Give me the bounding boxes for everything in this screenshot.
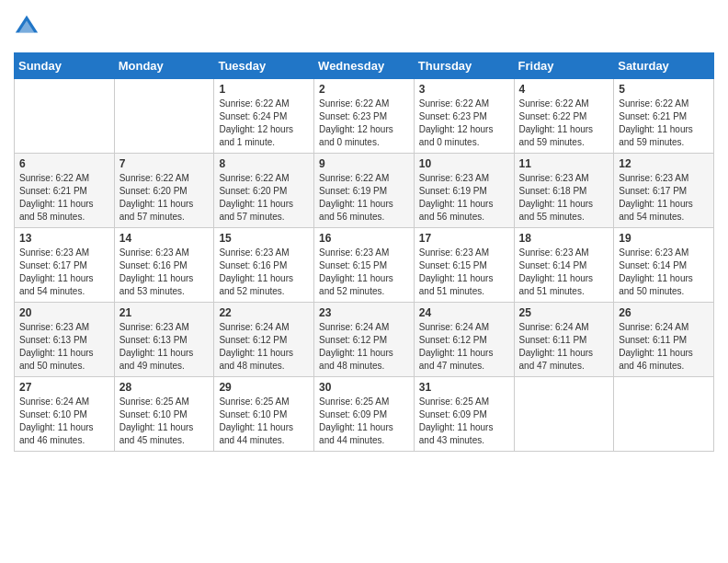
day-number: 16: [319, 232, 409, 245]
day-info: Sunrise: 6:23 AM Sunset: 6:17 PM Dayligh…: [619, 172, 709, 224]
calendar-cell: 23Sunrise: 6:24 AM Sunset: 6:12 PM Dayli…: [314, 303, 415, 377]
day-header-saturday: Saturday: [614, 53, 714, 79]
calendar-cell: 18Sunrise: 6:23 AM Sunset: 6:14 PM Dayli…: [514, 228, 614, 303]
calendar-cell: 31Sunrise: 6:25 AM Sunset: 6:09 PM Dayli…: [414, 377, 514, 452]
calendar-cell: 19Sunrise: 6:23 AM Sunset: 6:14 PM Dayli…: [614, 228, 714, 303]
day-number: 23: [319, 306, 409, 319]
day-info: Sunrise: 6:25 AM Sunset: 6:09 PM Dayligh…: [419, 396, 509, 447]
day-info: Sunrise: 6:23 AM Sunset: 6:14 PM Dayligh…: [619, 247, 709, 298]
day-number: 19: [619, 232, 709, 245]
week-row-4: 20Sunrise: 6:23 AM Sunset: 6:13 PM Dayli…: [15, 303, 714, 377]
header-row: SundayMondayTuesdayWednesdayThursdayFrid…: [15, 53, 714, 79]
day-number: 6: [19, 157, 109, 170]
day-number: 15: [219, 232, 309, 245]
day-info: Sunrise: 6:22 AM Sunset: 6:23 PM Dayligh…: [419, 98, 509, 149]
calendar-table: SundayMondayTuesdayWednesdayThursdayFrid…: [14, 52, 714, 452]
calendar-cell: 22Sunrise: 6:24 AM Sunset: 6:12 PM Dayli…: [214, 303, 314, 377]
day-header-sunday: Sunday: [15, 53, 115, 79]
day-info: Sunrise: 6:25 AM Sunset: 6:09 PM Dayligh…: [319, 396, 409, 447]
day-info: Sunrise: 6:24 AM Sunset: 6:12 PM Dayligh…: [419, 321, 509, 373]
day-info: Sunrise: 6:24 AM Sunset: 6:12 PM Dayligh…: [319, 321, 409, 373]
calendar-cell: 3Sunrise: 6:22 AM Sunset: 6:23 PM Daylig…: [414, 79, 514, 154]
day-info: Sunrise: 6:23 AM Sunset: 6:13 PM Dayligh…: [119, 321, 210, 373]
day-info: Sunrise: 6:22 AM Sunset: 6:22 PM Dayligh…: [519, 98, 609, 149]
logo-icon: [14, 14, 40, 40]
calendar-cell: 7Sunrise: 6:22 AM Sunset: 6:20 PM Daylig…: [114, 154, 214, 228]
day-header-thursday: Thursday: [414, 53, 514, 79]
day-info: Sunrise: 6:23 AM Sunset: 6:15 PM Dayligh…: [319, 247, 409, 298]
day-number: 13: [19, 232, 109, 245]
calendar-cell: 29Sunrise: 6:25 AM Sunset: 6:10 PM Dayli…: [214, 377, 314, 452]
day-info: Sunrise: 6:22 AM Sunset: 6:24 PM Dayligh…: [219, 98, 309, 149]
day-info: Sunrise: 6:24 AM Sunset: 6:10 PM Dayligh…: [19, 396, 109, 447]
calendar-cell: 14Sunrise: 6:23 AM Sunset: 6:16 PM Dayli…: [114, 228, 214, 303]
day-info: Sunrise: 6:23 AM Sunset: 6:14 PM Dayligh…: [519, 247, 609, 298]
day-header-tuesday: Tuesday: [214, 53, 314, 79]
day-number: 24: [419, 306, 509, 319]
calendar-cell: 24Sunrise: 6:24 AM Sunset: 6:12 PM Dayli…: [414, 303, 514, 377]
day-info: Sunrise: 6:24 AM Sunset: 6:11 PM Dayligh…: [519, 321, 609, 373]
calendar-cell: [614, 377, 714, 452]
day-number: 2: [319, 83, 409, 96]
calendar-cell: 2Sunrise: 6:22 AM Sunset: 6:23 PM Daylig…: [314, 79, 415, 154]
day-info: Sunrise: 6:24 AM Sunset: 6:11 PM Dayligh…: [619, 321, 709, 373]
day-number: 9: [319, 157, 409, 170]
calendar-cell: 13Sunrise: 6:23 AM Sunset: 6:17 PM Dayli…: [15, 228, 115, 303]
calendar-cell: 4Sunrise: 6:22 AM Sunset: 6:22 PM Daylig…: [514, 79, 614, 154]
calendar-cell: 15Sunrise: 6:23 AM Sunset: 6:16 PM Dayli…: [214, 228, 314, 303]
week-row-2: 6Sunrise: 6:22 AM Sunset: 6:21 PM Daylig…: [15, 154, 714, 228]
day-number: 29: [219, 381, 309, 394]
calendar-cell: 25Sunrise: 6:24 AM Sunset: 6:11 PM Dayli…: [514, 303, 614, 377]
day-number: 4: [519, 83, 609, 96]
calendar-cell: [514, 377, 614, 452]
day-number: 31: [419, 381, 509, 394]
day-info: Sunrise: 6:23 AM Sunset: 6:17 PM Dayligh…: [19, 247, 109, 298]
day-info: Sunrise: 6:24 AM Sunset: 6:12 PM Dayligh…: [219, 321, 309, 373]
calendar-cell: 1Sunrise: 6:22 AM Sunset: 6:24 PM Daylig…: [214, 79, 314, 154]
calendar-cell: [15, 79, 115, 154]
day-number: 20: [19, 306, 109, 319]
calendar-cell: 16Sunrise: 6:23 AM Sunset: 6:15 PM Dayli…: [314, 228, 415, 303]
day-info: Sunrise: 6:22 AM Sunset: 6:21 PM Dayligh…: [619, 98, 709, 149]
day-header-monday: Monday: [114, 53, 214, 79]
calendar-cell: 10Sunrise: 6:23 AM Sunset: 6:19 PM Dayli…: [414, 154, 514, 228]
calendar-cell: 30Sunrise: 6:25 AM Sunset: 6:09 PM Dayli…: [314, 377, 415, 452]
day-number: 14: [119, 232, 210, 245]
calendar-cell: 28Sunrise: 6:25 AM Sunset: 6:10 PM Dayli…: [114, 377, 214, 452]
day-number: 3: [419, 83, 509, 96]
day-info: Sunrise: 6:22 AM Sunset: 6:20 PM Dayligh…: [119, 172, 210, 224]
day-number: 7: [119, 157, 210, 170]
day-info: Sunrise: 6:23 AM Sunset: 6:18 PM Dayligh…: [519, 172, 609, 224]
day-info: Sunrise: 6:23 AM Sunset: 6:19 PM Dayligh…: [419, 172, 509, 224]
day-number: 8: [219, 157, 309, 170]
day-info: Sunrise: 6:22 AM Sunset: 6:19 PM Dayligh…: [319, 172, 409, 224]
week-row-1: 1Sunrise: 6:22 AM Sunset: 6:24 PM Daylig…: [15, 79, 714, 154]
calendar-cell: 5Sunrise: 6:22 AM Sunset: 6:21 PM Daylig…: [614, 79, 714, 154]
calendar-cell: 21Sunrise: 6:23 AM Sunset: 6:13 PM Dayli…: [114, 303, 214, 377]
week-row-3: 13Sunrise: 6:23 AM Sunset: 6:17 PM Dayli…: [15, 228, 714, 303]
calendar-cell: 20Sunrise: 6:23 AM Sunset: 6:13 PM Dayli…: [15, 303, 115, 377]
day-number: 18: [519, 232, 609, 245]
day-info: Sunrise: 6:23 AM Sunset: 6:16 PM Dayligh…: [119, 247, 210, 298]
day-info: Sunrise: 6:25 AM Sunset: 6:10 PM Dayligh…: [219, 396, 309, 447]
day-info: Sunrise: 6:23 AM Sunset: 6:15 PM Dayligh…: [419, 247, 509, 298]
calendar-cell: [114, 79, 214, 154]
day-info: Sunrise: 6:23 AM Sunset: 6:16 PM Dayligh…: [219, 247, 309, 298]
day-number: 10: [419, 157, 509, 170]
day-info: Sunrise: 6:22 AM Sunset: 6:20 PM Dayligh…: [219, 172, 309, 224]
calendar-cell: 9Sunrise: 6:22 AM Sunset: 6:19 PM Daylig…: [314, 154, 415, 228]
day-number: 28: [119, 381, 210, 394]
day-number: 21: [119, 306, 210, 319]
day-number: 11: [519, 157, 609, 170]
calendar-cell: 12Sunrise: 6:23 AM Sunset: 6:17 PM Dayli…: [614, 154, 714, 228]
week-row-5: 27Sunrise: 6:24 AM Sunset: 6:10 PM Dayli…: [15, 377, 714, 452]
calendar-cell: 27Sunrise: 6:24 AM Sunset: 6:10 PM Dayli…: [15, 377, 115, 452]
calendar-cell: 8Sunrise: 6:22 AM Sunset: 6:20 PM Daylig…: [214, 154, 314, 228]
calendar-cell: 17Sunrise: 6:23 AM Sunset: 6:15 PM Dayli…: [414, 228, 514, 303]
calendar-cell: 11Sunrise: 6:23 AM Sunset: 6:18 PM Dayli…: [514, 154, 614, 228]
day-header-friday: Friday: [514, 53, 614, 79]
day-header-wednesday: Wednesday: [314, 53, 415, 79]
day-info: Sunrise: 6:23 AM Sunset: 6:13 PM Dayligh…: [19, 321, 109, 373]
day-number: 26: [619, 306, 709, 319]
day-number: 25: [519, 306, 609, 319]
